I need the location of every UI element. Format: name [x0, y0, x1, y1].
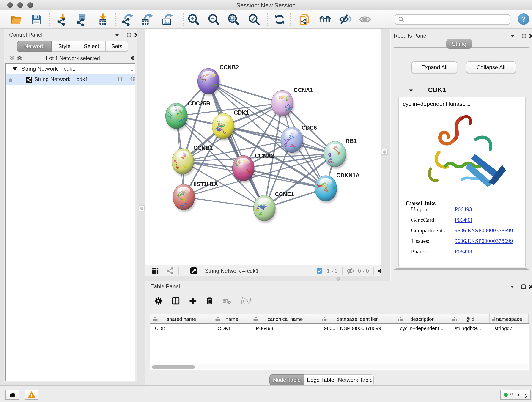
panel-menu-icon[interactable]	[114, 32, 120, 38]
table-horizontal-scrollbar[interactable]	[151, 364, 528, 370]
node-CDKN1A[interactable]: CDKN1A	[315, 172, 360, 203]
gear-icon[interactable]	[128, 54, 136, 62]
column-header-name[interactable]: name	[213, 314, 251, 323]
cell-description[interactable]: cyclin–dependent ...	[395, 324, 450, 333]
cell-name[interactable]: CDK1	[213, 324, 251, 333]
node-label-HIST1H1A: HIST1H1A	[191, 181, 218, 187]
horizontal-splitter-handle[interactable]	[336, 277, 340, 280]
copy-network-button[interactable]	[297, 12, 312, 27]
delete-column-icon[interactable]	[204, 296, 215, 306]
node-CDK1[interactable]: CDK1	[212, 109, 249, 141]
collapse-entry-icon[interactable]	[407, 87, 414, 94]
cell-shared-name[interactable]: CDK1	[150, 324, 213, 333]
zoom-selected-button[interactable]	[246, 12, 262, 27]
panel-menu-icon[interactable]	[509, 32, 515, 39]
birds-eye-toggle-icon[interactable]	[189, 265, 198, 276]
tab-style[interactable]: Style	[52, 41, 77, 52]
tab-network-table[interactable]: Network Table	[337, 375, 374, 385]
help-button[interactable]: ?	[518, 13, 529, 25]
import-network-button[interactable]	[55, 12, 70, 27]
tab-edge-table[interactable]: Edge Table	[304, 375, 337, 385]
memory-button[interactable]: Memory	[500, 390, 531, 400]
toolbar-separator	[290, 13, 291, 26]
panel-float-icon[interactable]	[520, 283, 526, 290]
right-splitter[interactable]	[381, 29, 390, 281]
crosslink-link[interactable]: P06493	[455, 249, 472, 255]
add-column-icon[interactable]	[187, 296, 197, 306]
export-table-button[interactable]	[139, 12, 154, 27]
import-table-button[interactable]	[95, 12, 110, 27]
column-header-namespace[interactable]: namespace	[490, 314, 529, 323]
zoom-out-button[interactable]	[206, 12, 221, 27]
zoom-fit-button[interactable]	[225, 12, 241, 27]
node-HIST1H1A[interactable]: HIST1H1A	[173, 181, 218, 212]
import-database-button[interactable]	[74, 12, 89, 27]
tab-node-table[interactable]: Node Table	[269, 375, 304, 385]
node-CCNA2[interactable]: CCNA2	[232, 153, 274, 183]
home-button[interactable]	[317, 12, 333, 27]
warnings-button[interactable]	[25, 390, 38, 400]
panel-close-icon[interactable]	[527, 283, 532, 290]
edge-CCNB2-CCNE1[interactable]	[209, 81, 264, 208]
share-view-icon[interactable]	[165, 265, 175, 276]
column-header-canonical-name[interactable]: canonical name	[251, 314, 319, 323]
crosslink-link[interactable]: 9606.ENSP00000378699	[455, 238, 513, 245]
refresh-button[interactable]	[272, 12, 287, 27]
cloud-icon	[9, 391, 16, 398]
network-graph[interactable]: CCNB2CCNA1CDC25BCDK1CDC6RB1CCNB1CCNA2CDK…	[145, 29, 381, 265]
cell-namespace[interactable]: stringdb	[490, 324, 529, 333]
search-input[interactable]	[395, 14, 510, 25]
panel-menu-icon[interactable]	[509, 283, 515, 290]
cloud-button[interactable]	[6, 390, 19, 400]
right-splitter-handle[interactable]	[382, 149, 388, 155]
expander-icon[interactable]	[12, 67, 17, 71]
table-settings-gear-icon[interactable]	[153, 296, 163, 306]
selected-checkbox-icon[interactable]	[316, 265, 323, 276]
tab-string[interactable]: String	[446, 39, 472, 49]
edge-HIST1H1A-CCNE1[interactable]	[184, 197, 264, 208]
panel-float-icon[interactable]	[126, 32, 132, 38]
zoom-in-button[interactable]	[186, 12, 201, 27]
left-splitter[interactable]	[137, 29, 145, 385]
export-network-button[interactable]	[119, 12, 135, 27]
node-CCNB2[interactable]: CCNB2	[196, 64, 239, 96]
collapse-all-icon[interactable]	[8, 55, 15, 61]
crosslink-link[interactable]: P06493	[455, 206, 472, 213]
column-header-shared-name[interactable]: shared name	[150, 314, 213, 323]
panel-float-icon[interactable]	[520, 32, 527, 39]
node-CDC6[interactable]: CDC6	[281, 124, 317, 154]
warning-icon	[28, 391, 35, 398]
expand-all-button[interactable]: Expand All	[412, 61, 457, 73]
left-splitter-handle[interactable]	[139, 205, 145, 211]
expand-all-icon[interactable]	[16, 55, 22, 61]
open-folder-button[interactable]	[8, 12, 23, 27]
sphere-eye-button[interactable]	[357, 12, 373, 27]
crosslink-link[interactable]: 9606.ENSP00000378699	[455, 227, 513, 234]
cell-database-identifier[interactable]: 9606.ENSP00000378699	[319, 324, 395, 333]
hide-panel-button[interactable]	[337, 12, 353, 27]
show-columns-icon[interactable]	[171, 296, 181, 306]
column-header-id[interactable]: @id	[450, 314, 490, 323]
scrollbar-thumb[interactable]	[152, 365, 195, 369]
node-RB1[interactable]: RB1	[324, 138, 357, 169]
tab-network[interactable]: Network	[17, 41, 52, 52]
collapse-all-button[interactable]: Collapse All	[466, 61, 516, 73]
save-button[interactable]	[28, 12, 44, 27]
panel-close-icon[interactable]	[528, 32, 532, 39]
export-image-button[interactable]	[159, 12, 175, 27]
cell-id[interactable]: stringdb:9...	[450, 324, 490, 333]
table-row[interactable]: CDK1CDK1P064939606.ENSP00000378699cyclin…	[150, 324, 529, 333]
grid-view-icon[interactable]	[151, 265, 160, 276]
tree-row-group[interactable]: String Network – cdk11	[6, 64, 135, 74]
crosslink-link[interactable]: P06493	[455, 217, 472, 224]
tab-sets[interactable]: Sets	[106, 41, 128, 52]
network-canvas[interactable]: CCNB2CCNA1CDC25BCDK1CDC6RB1CCNB1CCNA2CDK…	[145, 29, 381, 265]
tree-row-network[interactable]: String Network – cdk11148	[6, 74, 135, 85]
result-entry-cdk1: CDK1 cyclin–dependent kinase 1	[396, 83, 527, 269]
column-header-database-identifier[interactable]: database identifier	[319, 314, 395, 323]
tab-select[interactable]: Select	[77, 41, 106, 52]
node-CDC25B[interactable]: CDC25B	[165, 100, 210, 131]
import-table-icon	[96, 13, 109, 26]
column-header-description[interactable]: description	[395, 314, 450, 323]
cell-canonical-name[interactable]: P06493	[251, 324, 319, 333]
